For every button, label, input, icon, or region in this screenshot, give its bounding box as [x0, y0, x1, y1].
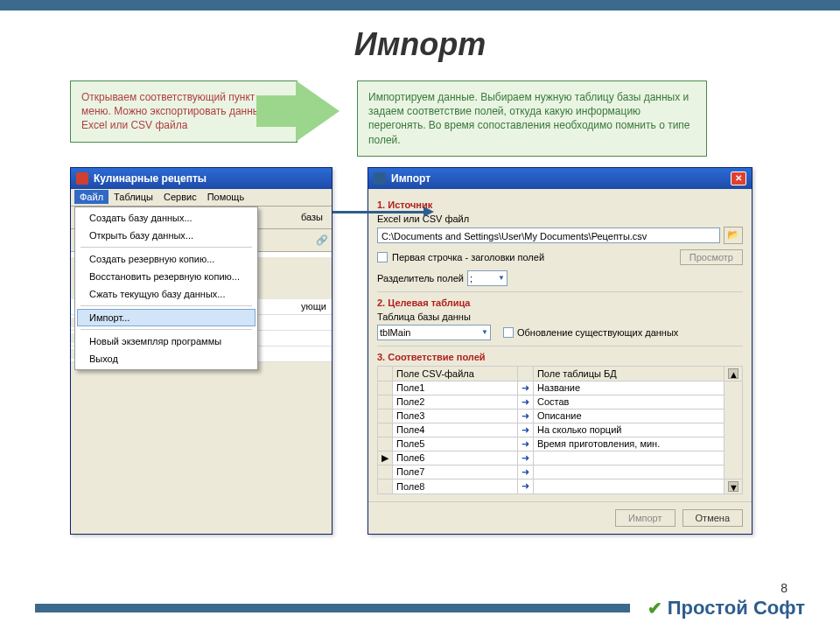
menu-file[interactable]: Файл [74, 190, 108, 204]
menu-sep3 [80, 329, 252, 330]
menu-restore[interactable]: Восстановить резервную копию... [77, 268, 256, 285]
table-row-input: tblMain ▼ Обновление существующих данных [377, 325, 743, 340]
preview-button[interactable]: Просмотр [680, 249, 743, 265]
dialog-buttons: Импорт Отмена [368, 501, 752, 534]
page-number: 8 [780, 581, 788, 595]
import-button[interactable]: Импорт [615, 509, 675, 527]
map-row[interactable]: Поле1➜Название [378, 381, 743, 395]
table-select[interactable]: tblMain ▼ [377, 325, 491, 340]
screenshots-row: Кулинарные рецепты Файл Таблицы Сервис П… [0, 167, 840, 535]
delim-label: Разделитель полей [377, 273, 464, 284]
menu-service[interactable]: Сервис [158, 190, 202, 204]
brand-logo: ✔ Простой Софт [648, 597, 805, 620]
arrow-icon [296, 80, 340, 142]
file-input-row: C:\Documents and Settings\User\My Docume… [377, 227, 743, 244]
connector-arrow-icon [332, 211, 429, 214]
menu-exit[interactable]: Выход [77, 350, 256, 368]
menubar: Файл Таблицы Сервис Помощь Создать базу … [71, 189, 332, 206]
callouts: Открываем соответствующий пункт меню. Мо… [0, 80, 840, 157]
separator [377, 291, 743, 292]
page-title: Импорт [0, 26, 840, 63]
chevron-down-icon: ▼ [498, 274, 505, 282]
import-dialog: Импорт ✕ 1. Источник Excel или CSV файл … [368, 167, 752, 535]
map-row[interactable]: ▶Поле6➜ [378, 451, 743, 465]
first-row-checkbox[interactable] [377, 252, 388, 262]
top-bar [0, 0, 840, 10]
footer: 8 ✔ Простой Софт [0, 597, 840, 620]
first-row-label: Первая строчка - заголовки полей [392, 252, 544, 262]
table-label: Таблица базы данны [377, 312, 743, 322]
file-dropdown: Создать базу данных... Открыть базу данн… [74, 206, 258, 370]
footer-bar [35, 604, 630, 612]
map-row[interactable]: Поле3➜Описание [378, 409, 743, 423]
firstrow-checkbox-row: Первая строчка - заголовки полей Просмот… [377, 249, 743, 265]
scroll-up[interactable]: ▲ [724, 366, 743, 381]
map-row[interactable]: Поле2➜Состав [378, 395, 743, 409]
browse-button[interactable]: 📂 [724, 227, 743, 244]
map-row[interactable]: Поле4➜На сколько порций [378, 423, 743, 437]
callout-left-wrap: Открываем соответствующий пункт меню. Мо… [70, 80, 340, 143]
menu-createdb[interactable]: Создать базу данных... [77, 209, 256, 227]
col-csv: Поле CSV-файла [393, 366, 518, 381]
file-path-input[interactable]: C:\Documents and Settings\User\My Docume… [377, 228, 720, 243]
callout-right: Импортируем данные. Выбираем нужную табл… [357, 80, 707, 157]
menu-sep2 [80, 305, 252, 306]
menu-opendb[interactable]: Открыть базу данных... [77, 227, 256, 244]
pointer-col [378, 366, 393, 381]
dialog-icon [374, 172, 386, 185]
map-row[interactable]: Поле7➜ [378, 465, 743, 479]
arrow-col [517, 366, 533, 381]
cancel-button[interactable]: Отмена [682, 509, 743, 527]
section-mapping: 3. Соответствие полей [377, 352, 743, 362]
chevron-down-icon: ▼ [481, 328, 488, 336]
menu-help[interactable]: Помощь [202, 190, 250, 204]
app-title: Кулинарные рецепты [94, 172, 206, 185]
table-value: tblMain [380, 327, 410, 338]
update-checkbox[interactable] [503, 327, 514, 338]
menu-backup[interactable]: Создать резервную копию... [77, 250, 256, 268]
menu-newinst[interactable]: Новый экземпляр программы [77, 332, 256, 350]
app-icon [76, 172, 88, 185]
delim-select[interactable]: ; ▼ [467, 270, 508, 286]
menu-compact[interactable]: Сжать текущую базу данных... [77, 285, 256, 303]
mapping-table: Поле CSV-файла Поле таблицы БД ▲ Поле1➜Н… [377, 366, 743, 494]
menu-tables[interactable]: Таблицы [108, 190, 158, 204]
col-db: Поле таблицы БД [533, 366, 724, 381]
menu-import[interactable]: Импорт... [77, 309, 256, 326]
map-row[interactable]: Поле8➜▼ [378, 479, 743, 494]
section-target: 2. Целевая таблица [377, 298, 743, 308]
scroll-down[interactable]: ▼ [724, 479, 743, 494]
delim-row: Разделитель полей ; ▼ [377, 270, 743, 286]
dialog-body: 1. Источник Excel или CSV файл C:\Docume… [368, 189, 752, 501]
menu-sep [80, 247, 252, 248]
dialog-titlebar: Импорт ✕ [368, 168, 752, 189]
brand-name: Простой Софт [668, 597, 805, 620]
update-label: Обновление существующих данных [517, 327, 678, 338]
separator [377, 346, 743, 346]
app-titlebar: Кулинарные рецепты [71, 168, 332, 189]
app-window: Кулинарные рецепты Файл Таблицы Сервис П… [70, 167, 332, 535]
map-row[interactable]: Поле5➜Время приготовления, мин. [378, 437, 743, 451]
check-icon: ✔ [648, 598, 662, 619]
dialog-title: Импорт [391, 172, 430, 185]
toolbar-partial-text: базы [301, 212, 328, 222]
close-button[interactable]: ✕ [731, 172, 746, 186]
delim-value: ; [470, 273, 472, 284]
